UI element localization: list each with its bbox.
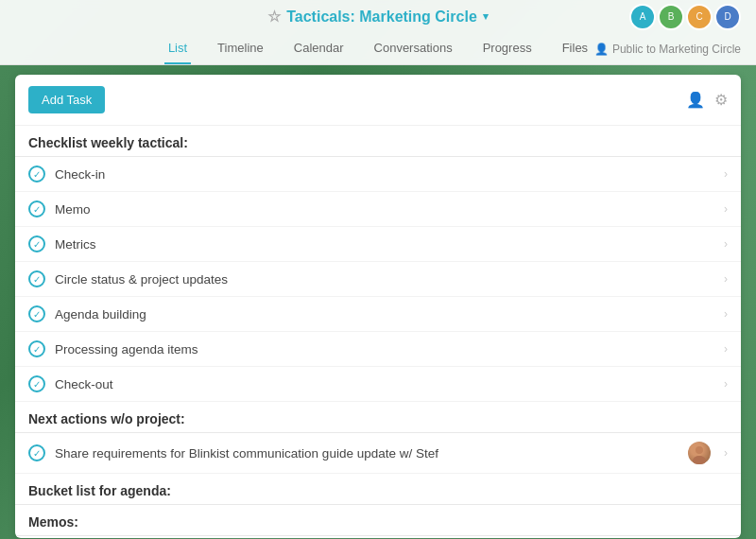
title-chevron-icon: ▾ <box>483 10 489 23</box>
task-chevron-icon: › <box>724 377 728 391</box>
header-avatars: A B C D <box>629 4 741 30</box>
header: ☆ Tacticals: Marketing Circle ▾ A B C D … <box>0 0 756 65</box>
avatar-2[interactable]: B <box>658 4 684 30</box>
task-item[interactable]: ✓ Agenda building › <box>15 297 741 332</box>
task-item[interactable]: ✓ Circle status & project updates › <box>15 262 741 297</box>
check-icon: ✓ <box>28 340 45 357</box>
tab-files[interactable]: Files <box>558 33 592 64</box>
avatar-3[interactable]: C <box>686 4 713 30</box>
assignee-avatar <box>688 442 711 464</box>
header-top: ☆ Tacticals: Marketing Circle ▾ A B C D <box>0 0 756 33</box>
main-container: Add Task 👤 ⚙ Checklist weekly tactical: … <box>15 75 741 538</box>
task-text: Memo <box>55 202 716 217</box>
check-icon: ✓ <box>28 165 45 183</box>
task-chevron-icon: › <box>724 307 728 321</box>
avatar-4[interactable]: D <box>714 4 741 30</box>
section-header-memos: Memos: <box>15 505 741 536</box>
project-title[interactable]: Tacticals: Marketing Circle <box>286 9 477 26</box>
task-item[interactable]: ✓ Check-in › <box>15 157 741 192</box>
task-item[interactable]: ✓ Check-out › <box>15 367 741 402</box>
task-item[interactable]: ✓ Metrics › <box>15 227 741 262</box>
task-text: Agenda building <box>55 307 716 322</box>
task-chevron-icon: › <box>724 237 728 251</box>
tab-calendar[interactable]: Calendar <box>290 33 348 64</box>
task-item[interactable]: ✓ 23/04/2018 › <box>15 536 741 538</box>
public-label: 👤 Public to Marketing Circle <box>594 43 741 56</box>
task-text: Circle status & project updates <box>55 272 716 287</box>
task-item[interactable]: ✓ Processing agenda items › <box>15 332 741 367</box>
task-chevron-icon: › <box>724 446 728 460</box>
tab-progress[interactable]: Progress <box>479 33 536 64</box>
tab-timeline[interactable]: Timeline <box>214 33 267 64</box>
nav-tabs: List Timeline Calendar Conversations Pro… <box>0 33 756 64</box>
add-task-button[interactable]: Add Task <box>28 86 105 113</box>
task-item[interactable]: ✓ Share requirements for Blinkist commun… <box>15 433 741 474</box>
person-icon: 👤 <box>594 43 609 56</box>
svg-point-1 <box>693 456 706 464</box>
section-header-checklist: Checklist weekly tactical: <box>15 126 741 157</box>
public-text: Public to Marketing Circle <box>612 43 741 56</box>
task-chevron-icon: › <box>724 272 728 286</box>
star-icon: ☆ <box>267 8 281 26</box>
task-text: Metrics <box>55 237 716 252</box>
check-icon: ✓ <box>28 235 45 252</box>
check-icon: ✓ <box>28 444 45 461</box>
list-content: Checklist weekly tactical: ✓ Check-in › … <box>15 126 741 538</box>
header-title: ☆ Tacticals: Marketing Circle ▾ <box>267 8 489 26</box>
tab-list[interactable]: List <box>164 33 191 64</box>
check-icon: ✓ <box>28 200 45 217</box>
task-text: Check-in <box>55 167 716 182</box>
filter-icon[interactable]: ⚙ <box>714 91 728 109</box>
tab-conversations[interactable]: Conversations <box>370 33 456 64</box>
toolbar: Add Task 👤 ⚙ <box>15 75 741 126</box>
task-chevron-icon: › <box>724 202 728 216</box>
check-icon: ✓ <box>28 270 45 287</box>
check-icon: ✓ <box>28 305 45 322</box>
svg-point-0 <box>696 446 703 454</box>
task-text: Processing agenda items <box>55 342 716 356</box>
section-header-bucket-list: Bucket list for agenda: <box>15 474 741 505</box>
task-chevron-icon: › <box>724 167 728 181</box>
check-icon: ✓ <box>28 375 45 392</box>
task-chevron-icon: › <box>724 342 728 356</box>
task-text: Check-out <box>55 377 716 391</box>
section-header-next-actions: Next actions w/o project: <box>15 402 741 433</box>
person-filter-icon[interactable]: 👤 <box>686 91 705 109</box>
task-item[interactable]: ✓ Memo › <box>15 192 741 227</box>
avatar-1[interactable]: A <box>629 4 656 30</box>
toolbar-icons: 👤 ⚙ <box>686 91 728 109</box>
task-text: Share requirements for Blinkist communic… <box>55 446 688 461</box>
